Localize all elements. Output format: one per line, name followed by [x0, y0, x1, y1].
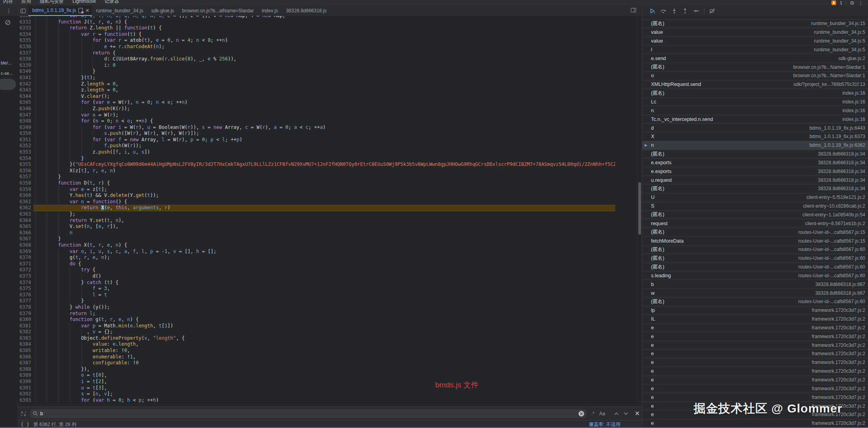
scrollbar-thumb[interactable]: [638, 182, 641, 235]
code-line[interactable]: 6376l = t: [18, 292, 615, 298]
code-line[interactable]: 6373d(): [18, 273, 615, 280]
call-stack-frame[interactable]: requestclient-entry~8.5671eb1b.js:2: [642, 219, 868, 228]
code-text[interactable]: return {: [92, 50, 615, 56]
code-line[interactable]: 6349for (var i = W(r), u = Boolean(W(r))…: [18, 125, 615, 131]
call-stack-frame[interactable]: (匿名)browser.cn.js?b...Name=Slardar:1: [642, 63, 868, 72]
coverage-status[interactable]: 覆盖率: 不适用: [589, 421, 620, 428]
call-stack-frame[interactable]: eframework.1720c3d7.js:2: [642, 384, 868, 393]
line-number[interactable]: 6390: [18, 379, 33, 385]
line-number[interactable]: 6348: [18, 118, 33, 125]
clear-search-icon[interactable]: ✕: [579, 411, 584, 416]
code-text[interactable]: var n = function() {: [70, 199, 615, 205]
devtools-tab[interactable]: 记录器: [105, 0, 119, 5]
code-text[interactable]: } while (y());: [70, 304, 615, 311]
line-number[interactable]: 6350: [18, 130, 33, 137]
code-text[interactable]: e += r.charCodeAt(n);: [104, 44, 615, 50]
code-text[interactable]: for (var i = W(r), u = Boolean(W(r)), s …: [92, 125, 615, 131]
code-line[interactable]: 6383Object.defineProperty(v, "length", {: [18, 335, 615, 342]
code-text[interactable]: Y.has(t) && V.delete(Y.get(t));: [70, 193, 615, 199]
line-number[interactable]: 6391: [18, 385, 33, 391]
code-text[interactable]: for (var h = 0; h < p; ++h): [81, 397, 615, 403]
line-number[interactable]: 6368: [18, 242, 33, 249]
code-text[interactable]: return l;: [70, 311, 615, 317]
code-text[interactable]: var U, I, Y, M, B, Q, H, q, N, G, Z = []…: [70, 16, 615, 19]
code-text[interactable]: for (var e = W(r), n = 0; n < e; ++n): [81, 99, 615, 106]
code-line[interactable]: 6331var U, I, Y, M, B, Q, H, q, N, G, Z …: [18, 16, 615, 19]
call-stack-frame[interactable]: eframework.1720c3d7.js:2: [642, 358, 868, 367]
code-text[interactable]: return X(e, this, arguments, r): [81, 205, 615, 211]
code-line[interactable]: 6338d: C(Uint8Array.from(r.slice(8), _, …: [18, 56, 615, 62]
code-line[interactable]: 6368function X(t, r, e, n) {: [18, 242, 615, 249]
line-number[interactable]: 6357: [18, 174, 33, 180]
call-stack-frame[interactable]: (匿名)routes-User-id-...cafb8567.js:60: [642, 298, 868, 306]
search-input[interactable]: b ✕: [30, 409, 586, 418]
code-line[interactable]: 6365V.set(n, [e, r]),: [18, 224, 615, 230]
call-stack-frame[interactable]: lpframework.1720c3d7.js:2: [642, 306, 868, 315]
code-line[interactable]: 6351for (var f = new Array, l = W(r), p …: [18, 137, 615, 143]
line-number[interactable]: 6334: [18, 31, 33, 38]
line-number[interactable]: 6387: [18, 360, 33, 366]
navigator-item-fragment[interactable]: ble/...: [1, 60, 12, 65]
call-stack-frame[interactable]: Xbdms_1.0.1.19_fix.js:6373: [642, 132, 868, 141]
deactivate-breakpoints-icon[interactable]: [709, 8, 716, 14]
code-line[interactable]: 6343z.length = 0,: [18, 87, 615, 93]
line-number[interactable]: 6340: [18, 68, 33, 75]
line-number[interactable]: 6393: [18, 397, 33, 403]
code-text[interactable]: var e = z[t];: [70, 187, 615, 193]
code-text[interactable]: do {: [70, 261, 615, 267]
line-number[interactable]: 6355: [18, 161, 33, 168]
code-line[interactable]: 6372try {: [18, 267, 615, 273]
code-line[interactable]: 6389o = t[0],: [18, 372, 615, 379]
code-text[interactable]: configurable: !0: [92, 360, 615, 366]
code-line[interactable]: 6363};: [18, 211, 615, 218]
line-number[interactable]: 6382: [18, 329, 33, 335]
code-line[interactable]: 6334var r = function(t) {: [18, 31, 615, 38]
code-text[interactable]: }: [58, 236, 615, 242]
line-number[interactable]: 6336: [18, 44, 33, 50]
call-stack-frame[interactable]: Tc.n._vc_intercepted.n.sendindex.js:16: [642, 115, 868, 124]
call-stack-frame[interactable]: Lcindex.js:16: [642, 98, 868, 107]
call-stack-frame[interactable]: ILframework.1720c3d7.js:2: [642, 315, 868, 324]
code-text[interactable]: var o = W(r);: [81, 112, 615, 119]
call-stack-frame[interactable]: nindex.js:16: [642, 106, 868, 115]
line-number[interactable]: 6364: [18, 218, 33, 224]
code-line[interactable]: 6369var o, i, u, s, c, a, f, l, p = -1, …: [18, 249, 615, 255]
call-stack-frame[interactable]: e.exports38328.8d666318.js:34: [642, 159, 868, 167]
call-stack-frame[interactable]: b38328.8d666318.js:867: [642, 280, 868, 289]
code-line[interactable]: 6332function J(t, r, e, n) {: [18, 19, 615, 25]
code-text[interactable]: , v = {};: [87, 329, 615, 335]
code-text[interactable]: X(z[t], r, e, n): [70, 168, 615, 174]
code-text[interactable]: enumerable: !1,: [92, 354, 615, 360]
line-number[interactable]: 6370: [18, 255, 33, 261]
line-number[interactable]: 6356: [18, 168, 33, 174]
code-line[interactable]: 6379return l;: [18, 311, 615, 317]
code-line[interactable]: 6341}(t);: [18, 75, 615, 81]
call-stack-frame[interactable]: eframework.1720c3d7.js:2: [642, 341, 868, 350]
code-line[interactable]: 6388}),: [18, 366, 615, 373]
call-stack-frame[interactable]: w38328.8d666318.js:867: [642, 289, 868, 298]
line-number[interactable]: 6378: [18, 304, 33, 311]
line-number[interactable]: 6372: [18, 267, 33, 273]
code-line[interactable]: 6354}: [18, 156, 615, 162]
code-line[interactable]: 6344V.clear();: [18, 93, 615, 100]
line-number[interactable]: 6386: [18, 354, 33, 360]
code-line[interactable]: 6350s.push([W(r), W(r), W(r), W(r)]);: [18, 130, 615, 137]
file-tab[interactable]: 38328.8d666318.js: [282, 6, 330, 16]
code-line[interactable]: 6377}: [18, 298, 615, 304]
code-line[interactable]: 6357}: [18, 174, 615, 180]
call-stack-frame[interactable]: (匿名)routes-User-id-...cafb8567.js:60: [642, 254, 868, 263]
code-line[interactable]: 6386enumerable: !1,: [18, 354, 615, 360]
code-text[interactable]: var r = function(t) {: [81, 31, 615, 38]
line-number[interactable]: 6351: [18, 137, 33, 143]
next-match-icon[interactable]: [624, 412, 628, 415]
code-line[interactable]: 6340}: [18, 68, 615, 75]
navigator-more-icon[interactable]: ⋮: [6, 8, 12, 14]
line-number[interactable]: 6333: [18, 25, 33, 31]
line-number[interactable]: 6345: [18, 99, 33, 106]
call-stack-frame[interactable]: Sclient-entry~10.c8286cab.js:2: [642, 202, 868, 211]
code-line[interactable]: 6359var e = z[t];: [18, 187, 615, 193]
line-number[interactable]: 6341: [18, 75, 33, 81]
code-line[interactable]: 6337return {: [18, 50, 615, 56]
code-line[interactable]: 6364return Y.set(t, n),: [18, 218, 615, 224]
code-text[interactable]: function J(t, r, e, n) {: [58, 19, 615, 25]
